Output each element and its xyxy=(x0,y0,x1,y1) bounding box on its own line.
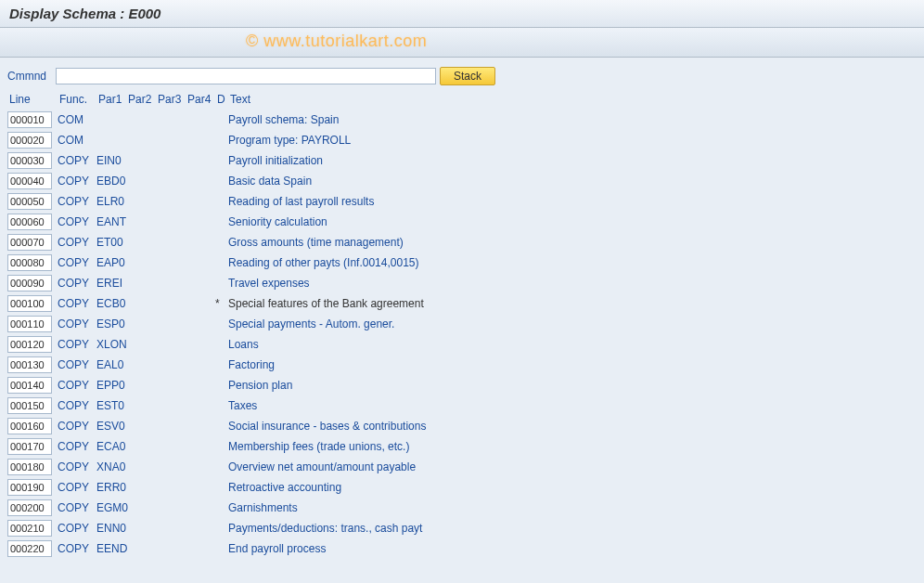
func-cell[interactable]: COM xyxy=(58,113,96,126)
par1-cell[interactable]: EGM0 xyxy=(96,501,126,514)
func-cell[interactable]: COPY xyxy=(58,379,96,392)
func-cell[interactable]: COPY xyxy=(58,501,96,514)
line-input[interactable] xyxy=(7,356,52,373)
text-cell[interactable]: Taxes xyxy=(228,399,917,412)
func-cell[interactable]: COPY xyxy=(58,236,96,249)
text-cell[interactable]: Payroll initialization xyxy=(228,154,917,167)
par1-cell[interactable]: EAL0 xyxy=(96,358,126,371)
text-cell[interactable]: Basic data Spain xyxy=(228,175,917,188)
par1-cell[interactable]: XNA0 xyxy=(96,460,126,473)
table-row: COPYESV0Social insurance - bases & contr… xyxy=(7,416,917,436)
text-cell[interactable]: Payroll schema: Spain xyxy=(228,113,917,126)
title-bar: Display Schema : E000 xyxy=(0,0,924,28)
command-input[interactable] xyxy=(56,68,436,84)
func-cell[interactable]: COPY xyxy=(58,440,96,453)
func-cell[interactable]: COPY xyxy=(58,154,96,167)
line-input[interactable] xyxy=(7,499,52,516)
line-input[interactable] xyxy=(7,479,52,496)
func-cell[interactable]: COPY xyxy=(58,399,96,412)
command-label: Cmmnd xyxy=(7,70,52,83)
text-cell[interactable]: Social insurance - bases & contributions xyxy=(228,420,917,433)
par1-cell[interactable]: EPP0 xyxy=(96,379,126,392)
func-cell[interactable]: COPY xyxy=(58,542,96,555)
text-cell[interactable]: Payments/deductions: trans., cash payt xyxy=(228,522,917,535)
line-input[interactable] xyxy=(7,418,52,434)
table-row: COPYEST0Taxes xyxy=(7,395,917,416)
text-cell[interactable]: Reading of other payts (Inf.0014,0015) xyxy=(228,256,917,269)
par1-cell[interactable]: ESP0 xyxy=(96,317,126,330)
func-cell[interactable]: COPY xyxy=(58,195,96,208)
text-cell[interactable]: Seniority calculation xyxy=(228,215,917,228)
func-cell[interactable]: COPY xyxy=(58,256,96,269)
func-cell[interactable]: COPY xyxy=(58,460,96,473)
line-input[interactable] xyxy=(7,377,52,394)
func-cell[interactable]: COPY xyxy=(58,358,96,371)
watermark: © www.tutorialkart.com xyxy=(246,32,427,51)
line-input[interactable] xyxy=(7,111,52,128)
table-row: COPYEPP0Pension plan xyxy=(7,375,917,395)
par1-cell[interactable]: EANT xyxy=(96,215,126,228)
par1-cell[interactable]: ELR0 xyxy=(96,195,126,208)
text-cell[interactable]: Reading of last payroll results xyxy=(228,195,917,208)
func-cell[interactable]: COPY xyxy=(58,522,96,535)
func-cell[interactable]: COM xyxy=(58,134,96,147)
par1-cell[interactable]: ESV0 xyxy=(96,420,126,433)
line-input[interactable] xyxy=(7,234,52,251)
par1-cell[interactable]: ECA0 xyxy=(96,440,126,453)
page-title: Display Schema : E000 xyxy=(9,6,160,21)
line-input[interactable] xyxy=(7,316,52,332)
line-input[interactable] xyxy=(7,152,52,169)
table-row: COPYXLONLoans xyxy=(7,334,917,355)
table-row: COMPayroll schema: Spain xyxy=(7,110,917,130)
text-cell[interactable]: Loans xyxy=(228,338,917,351)
par1-cell[interactable]: EBD0 xyxy=(96,175,126,188)
line-input[interactable] xyxy=(7,173,52,189)
table-row: COPYEREITravel expenses xyxy=(7,273,917,293)
par1-cell[interactable]: EIN0 xyxy=(96,154,126,167)
text-cell[interactable]: Factoring xyxy=(228,358,917,371)
func-cell[interactable]: COPY xyxy=(58,420,96,433)
line-input[interactable] xyxy=(7,336,52,353)
line-input[interactable] xyxy=(7,540,52,557)
line-input[interactable] xyxy=(7,397,52,414)
text-cell[interactable]: Travel expenses xyxy=(228,277,917,290)
par1-cell[interactable]: EREI xyxy=(96,277,126,290)
func-cell[interactable]: COPY xyxy=(58,317,96,330)
par1-cell[interactable]: ET00 xyxy=(96,236,126,249)
func-cell[interactable]: COPY xyxy=(58,297,96,310)
text-cell[interactable]: Pension plan xyxy=(228,379,917,392)
text-cell[interactable]: Overview net amount/amount payable xyxy=(228,460,917,473)
line-input[interactable] xyxy=(7,275,52,292)
line-input[interactable] xyxy=(7,295,52,312)
par1-cell[interactable]: EEND xyxy=(96,542,126,555)
line-input[interactable] xyxy=(7,459,52,475)
func-cell[interactable]: COPY xyxy=(58,481,96,494)
par1-cell[interactable]: ENN0 xyxy=(96,522,126,535)
line-input[interactable] xyxy=(7,254,52,271)
line-input[interactable] xyxy=(7,214,52,230)
line-input[interactable] xyxy=(7,438,52,455)
stack-button[interactable]: Stack xyxy=(440,67,495,85)
par1-cell[interactable]: ERR0 xyxy=(96,481,126,494)
line-input[interactable] xyxy=(7,520,52,537)
text-cell[interactable]: Retroactive accounting xyxy=(228,481,917,494)
table-row: COPYXNA0Overview net amount/amount payab… xyxy=(7,457,917,477)
func-cell[interactable]: COPY xyxy=(58,175,96,188)
par1-cell[interactable]: EST0 xyxy=(96,399,126,412)
line-input[interactable] xyxy=(7,193,52,210)
par1-cell[interactable]: ECB0 xyxy=(96,297,126,310)
func-cell[interactable]: COPY xyxy=(58,338,96,351)
table-row: COPYEENDEnd payroll process xyxy=(7,538,917,559)
line-input[interactable] xyxy=(7,132,52,149)
table-row: COPYELR0Reading of last payroll results xyxy=(7,191,917,212)
func-cell[interactable]: COPY xyxy=(58,277,96,290)
text-cell[interactable]: Program type: PAYROLL xyxy=(228,134,917,147)
text-cell[interactable]: Gross amounts (time management) xyxy=(228,236,917,249)
par1-cell[interactable]: EAP0 xyxy=(96,256,126,269)
text-cell[interactable]: Garnishments xyxy=(228,501,917,514)
text-cell[interactable]: End payroll process xyxy=(228,542,917,555)
par1-cell[interactable]: XLON xyxy=(96,338,126,351)
text-cell[interactable]: Membership fees (trade unions, etc.) xyxy=(228,440,917,453)
text-cell[interactable]: Special payments - Autom. gener. xyxy=(228,317,917,330)
func-cell[interactable]: COPY xyxy=(58,215,96,228)
